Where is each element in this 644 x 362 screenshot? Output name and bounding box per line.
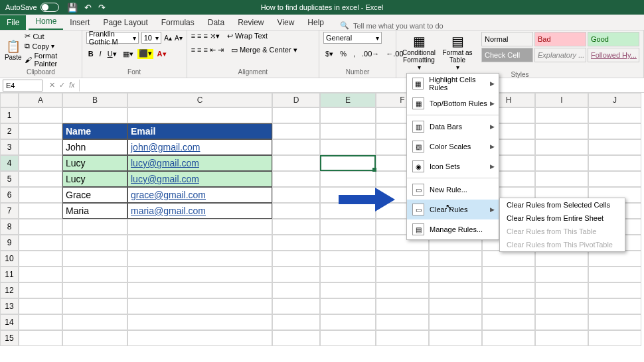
cell[interactable] [272, 171, 320, 187]
cell[interactable] [127, 107, 272, 123]
cell[interactable] [62, 314, 127, 330]
cell[interactable] [588, 267, 641, 282]
cell[interactable] [19, 235, 62, 251]
cell[interactable] [535, 155, 588, 171]
cell[interactable] [127, 251, 272, 267]
cf-highlight-cells-rules[interactable]: ▦Highlight Cells Rules▶ [407, 74, 499, 93]
cell[interactable] [429, 330, 482, 346]
cell[interactable] [272, 219, 320, 235]
cell[interactable] [482, 330, 535, 346]
orientation-icon[interactable]: ⤭▾ [210, 32, 220, 40]
cell[interactable] [127, 219, 272, 235]
cf-clear-rules[interactable]: ▭Clear Rules▶↖ [407, 200, 499, 219]
cell[interactable]: lucy@gmail.com [127, 155, 272, 171]
tab-formulas[interactable]: Formulas [155, 15, 201, 30]
cell[interactable] [320, 123, 376, 139]
tab-home[interactable]: Home [29, 14, 63, 30]
cell[interactable] [272, 282, 320, 298]
cell[interactable] [376, 267, 429, 282]
cell[interactable] [19, 123, 62, 139]
name-box[interactable]: E4 [3, 80, 42, 91]
font-name-select[interactable]: Franklin Gothic M▾ [86, 32, 139, 44]
format-as-table-button[interactable]: ▤ Format as Table▾ [439, 32, 476, 71]
cell-styles-gallery[interactable]: Normal Bad Good Check Cell Explanatory .… [481, 32, 639, 71]
tab-insert[interactable]: Insert [63, 15, 96, 30]
row-header[interactable]: 12 [0, 282, 19, 298]
cell[interactable] [535, 282, 588, 298]
font-color-button[interactable]: A▾ [155, 49, 169, 59]
clear-rules-selected[interactable]: Clear Rules from Selected Cells [500, 198, 625, 211]
cell[interactable] [19, 251, 62, 267]
increase-decimal-button[interactable]: .00→ [360, 49, 381, 59]
cell[interactable] [320, 267, 376, 282]
cell[interactable] [272, 235, 320, 251]
cancel-formula-icon[interactable]: ✕ [49, 81, 55, 90]
email-link[interactable]: lucy@gmail.com [131, 174, 199, 184]
wrap-text-button[interactable]: ↩ Wrap Text [227, 32, 268, 40]
decrease-font-icon[interactable]: A▾ [175, 34, 183, 42]
comma-button[interactable]: , [351, 49, 357, 59]
cell[interactable]: Email [127, 123, 272, 139]
cell[interactable] [19, 267, 62, 282]
cell[interactable] [429, 267, 482, 282]
email-link[interactable]: grace@gmail.com [131, 190, 206, 200]
cell[interactable] [320, 171, 376, 187]
cell[interactable] [535, 107, 588, 123]
cell[interactable] [482, 251, 535, 267]
paste-button[interactable]: 📋 Paste [4, 32, 22, 68]
col-header-I[interactable]: I [535, 93, 588, 107]
cell[interactable] [62, 107, 127, 123]
row-header[interactable]: 6 [0, 187, 19, 203]
cell[interactable] [127, 235, 272, 251]
cell[interactable]: John [62, 139, 127, 155]
bold-button[interactable]: B [86, 49, 96, 59]
cell[interactable] [588, 314, 641, 330]
cell[interactable] [127, 314, 272, 330]
tab-review[interactable]: Review [231, 15, 270, 30]
cell[interactable] [320, 219, 376, 235]
cell[interactable] [588, 155, 641, 171]
row-header[interactable]: 11 [0, 267, 19, 282]
cell[interactable] [272, 123, 320, 139]
cell[interactable] [62, 282, 127, 298]
col-header-D[interactable]: D [272, 93, 320, 107]
cell[interactable] [482, 267, 535, 282]
cell[interactable] [482, 298, 535, 314]
cell[interactable] [320, 298, 376, 314]
cell[interactable] [62, 219, 127, 235]
cell[interactable] [376, 251, 429, 267]
cell[interactable] [482, 314, 535, 330]
cell[interactable] [19, 282, 62, 298]
save-icon[interactable]: 💾 [67, 3, 78, 13]
cell[interactable] [62, 235, 127, 251]
email-link[interactable]: maria@gmail.com [131, 206, 206, 216]
autosave-toggle[interactable]: AutoSave [5, 3, 59, 12]
cell[interactable] [588, 251, 641, 267]
align-center-icon[interactable]: ≡ [197, 46, 201, 54]
cell[interactable]: maria@gmail.com [127, 203, 272, 219]
cell[interactable] [19, 298, 62, 314]
cell[interactable] [62, 251, 127, 267]
cell[interactable] [272, 298, 320, 314]
row-header[interactable]: 13 [0, 298, 19, 314]
border-button[interactable]: ▦▾ [121, 49, 135, 59]
increase-indent-icon[interactable]: ⇥ [218, 46, 224, 54]
cell[interactable] [376, 298, 429, 314]
tab-help[interactable]: Help [301, 15, 331, 30]
align-left-icon[interactable]: ≡ [191, 46, 195, 54]
align-middle-icon[interactable]: ≡ [197, 32, 201, 40]
style-good[interactable]: Good [588, 32, 639, 46]
cell[interactable] [535, 298, 588, 314]
cell[interactable] [127, 282, 272, 298]
row-header[interactable]: 5 [0, 171, 19, 187]
cell[interactable] [127, 330, 272, 346]
cell[interactable] [19, 139, 62, 155]
cell[interactable] [62, 298, 127, 314]
cell[interactable] [272, 330, 320, 346]
copy-button[interactable]: ⧉Copy▾ [25, 42, 77, 50]
cell[interactable]: Lucy [62, 171, 127, 187]
cell[interactable]: Maria [62, 203, 127, 219]
cell[interactable] [62, 267, 127, 282]
undo-icon[interactable]: ↶ [84, 3, 92, 13]
cell[interactable] [320, 251, 376, 267]
